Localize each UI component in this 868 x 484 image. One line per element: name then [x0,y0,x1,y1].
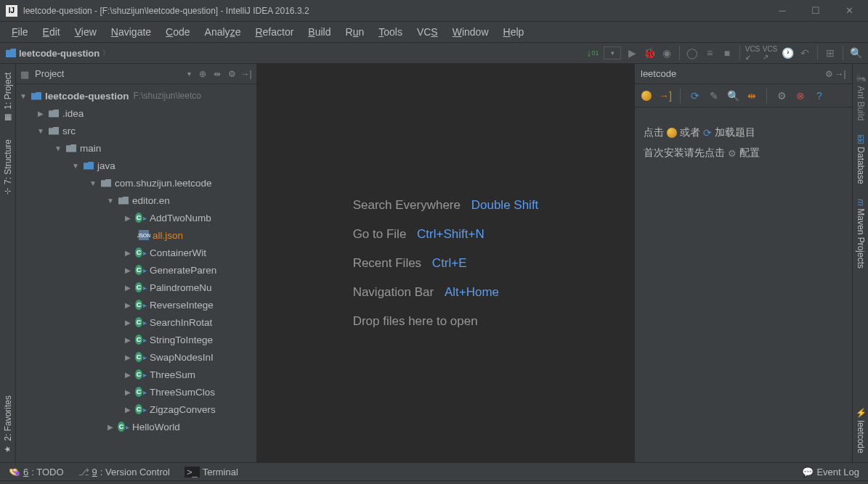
menu-edit[interactable]: Edit [37,25,66,39]
update-icon[interactable]: ↓01 [586,46,599,60]
scroll-from-source-icon[interactable]: ⊕ [197,68,208,80]
chevron-right-icon[interactable]: ▶ [123,406,132,414]
chevron-right-icon[interactable]: ▶ [123,301,132,309]
coverage-icon[interactable]: ◉ [660,46,673,60]
tab-favorites[interactable]: ★2: Favorites [3,393,13,456]
clear-icon[interactable]: ⊗ [795,90,806,102]
tree-file[interactable]: ▶ C▸ SwapNodesInI [16,348,256,366]
tree-package[interactable]: ▼ com.shuzijun.leetcode [16,174,256,192]
hide-icon[interactable]: →| [240,68,252,80]
menu-file[interactable]: File [6,25,34,39]
tree-folder-java[interactable]: ▼ java [16,157,256,174]
tab-event-log[interactable]: 💬 Event Log [802,467,859,477]
tab-leetcode[interactable]: ⚡ leetcode [856,404,866,456]
stop-icon[interactable]: ◯ [686,46,699,60]
revert-icon[interactable]: ↶ [798,46,811,60]
view-dropdown-icon[interactable]: ▾ [187,70,191,78]
tree-file[interactable]: ▶ C▸ ThreeSumClos [16,383,256,401]
menubar: File Edit View Navigate Code Analyze Ref… [0,22,868,42]
tree-folder-src[interactable]: ▼ src [16,122,256,139]
tab-structure[interactable]: ⊹7: Structure [3,136,13,197]
tab-maven[interactable]: m Maven Projects [856,196,866,271]
chevron-right-icon[interactable]: ▶ [123,319,132,327]
chevron-right-icon[interactable]: ▶ [123,214,132,222]
rerun-icon[interactable]: ■ [721,46,734,60]
chevron-right-icon[interactable]: ▶ [36,110,45,118]
menu-vcs[interactable]: VCS [411,25,444,39]
tree-folder-idea[interactable]: ▶ .idea [16,104,256,122]
tab-todo[interactable]: 👒 6: TODO [9,467,64,477]
chevron-down-icon[interactable]: ▼ [19,92,28,100]
find-icon[interactable]: 🔍 [727,90,739,102]
breadcrumb[interactable]: leetcode-question 〉 [6,48,110,59]
help-icon[interactable]: ? [814,90,825,102]
chevron-right-icon[interactable]: ▶ [106,423,115,431]
gear-icon[interactable]: ⚙ [226,68,238,80]
vcs-update-icon[interactable]: VCS↙ [746,46,759,60]
tab-terminal[interactable]: >_ Terminal [184,467,238,477]
minimize-button[interactable]: ─ [772,4,792,18]
collapse-all-icon[interactable]: ⇹ [211,68,223,80]
tree-file-json[interactable]: JSON all.json [16,226,256,244]
bottom-tool-stripe: 👒 6: TODO ⎇ 9: Version Control >_ Termin… [0,462,868,480]
tree-file[interactable]: ▶ C▸ ReverseIntege [16,296,256,313]
tree-file[interactable]: ▶ C▸ PalindromeNu [16,279,256,296]
attach-icon[interactable]: ≡ [703,46,716,60]
chevron-right-icon[interactable]: ▶ [123,371,132,379]
pick-icon[interactable]: ✎ [708,90,720,102]
vcs-commit-icon[interactable]: VCS↗ [763,46,776,60]
chevron-right-icon[interactable]: ▶ [123,388,132,396]
gear-icon[interactable]: ⚙ [823,68,835,80]
chevron-down-icon[interactable]: ▼ [89,179,97,187]
tree-file[interactable]: ▶ C▸ AddTwoNumb [16,209,256,226]
structure-icon[interactable]: ⊞ [824,46,837,60]
tree-file[interactable]: ▶ C▸ StringToIntege [16,331,256,348]
menu-run[interactable]: Run [340,25,370,39]
chevron-down-icon[interactable]: ▼ [54,144,62,152]
menu-window[interactable]: Window [447,25,495,39]
tree-file[interactable]: ▶ C▸ HelloWorld [16,418,256,435]
chevron-right-icon[interactable]: ▶ [123,249,132,257]
debug-icon[interactable]: 🐞 [643,46,656,60]
chevron-right-icon[interactable]: ▶ [123,284,132,292]
tree-folder-main[interactable]: ▼ main [16,139,256,157]
chevron-down-icon[interactable]: ▼ [71,162,80,170]
search-icon[interactable]: 🔍 [849,46,862,60]
tab-database[interactable]: 🗄 Database [856,132,866,187]
menu-code[interactable]: Code [160,25,195,39]
menu-view[interactable]: View [69,25,102,39]
tree-package-editor[interactable]: ▼ editor.en [16,192,256,209]
tab-ant-build[interactable]: 🐜 Ant Build [856,70,866,123]
hide-icon[interactable]: →| [835,68,846,80]
tab-project[interactable]: ▦1: Project [3,70,13,125]
refresh-icon[interactable]: ⟳ [689,90,701,102]
tree-root[interactable]: ▼ leetcode-question F:\shuzijun\leetco [16,87,256,104]
run-icon[interactable]: ▶ [625,46,638,60]
logout-icon[interactable]: →] [660,90,671,102]
config-icon[interactable]: ⚙ [776,90,787,102]
project-tree[interactable]: ▼ leetcode-question F:\shuzijun\leetco ▶… [16,84,256,462]
menu-navigate[interactable]: Navigate [105,25,157,39]
tree-file[interactable]: ▶ C▸ ContainerWit [16,244,256,261]
menu-analyze[interactable]: Analyze [199,25,247,39]
close-button[interactable]: ✕ [839,4,859,18]
chevron-down-icon[interactable]: ▼ [36,127,45,135]
chevron-right-icon[interactable]: ▶ [123,266,132,274]
tree-file[interactable]: ▶ C▸ GenerateParen [16,261,256,279]
menu-help[interactable]: Help [498,25,530,39]
chevron-right-icon[interactable]: ▶ [123,336,132,344]
chevron-down-icon[interactable]: ▼ [106,197,115,205]
tree-file[interactable]: ▶ C▸ SearchInRotat [16,313,256,331]
collapse-icon[interactable]: ⇹ [746,90,758,102]
chevron-right-icon[interactable]: ▶ [123,353,132,361]
menu-refactor[interactable]: Refactor [249,25,299,39]
tree-file[interactable]: ▶ C▸ ZigzagConvers [16,401,256,418]
tab-version-control[interactable]: ⎇ 9: Version Control [78,467,170,477]
tree-file[interactable]: ▶ C▸ ThreeSum [16,366,256,383]
maximize-button[interactable]: ☐ [806,4,826,18]
menu-tools[interactable]: Tools [373,25,408,39]
menu-build[interactable]: Build [302,25,336,39]
login-icon[interactable] [641,90,652,102]
history-icon[interactable]: 🕐 [781,46,794,60]
run-config-dropdown[interactable]: ▾ [604,46,621,60]
